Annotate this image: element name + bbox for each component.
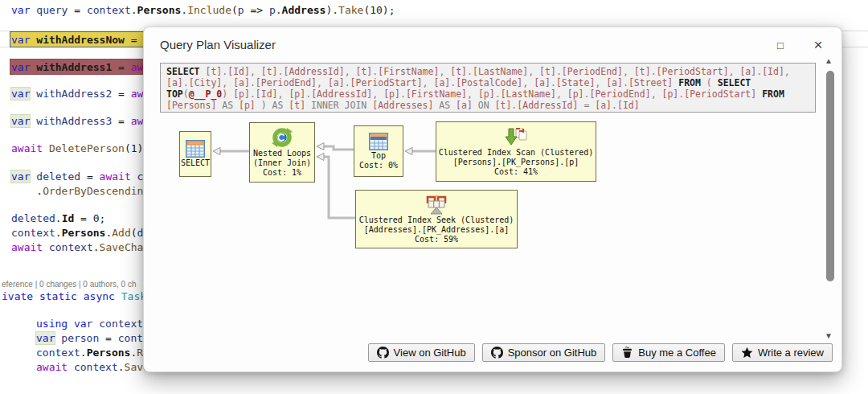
scrollbar-up-arrow[interactable]: ▲ xyxy=(823,56,834,65)
code-line: eference | 0 changes | 0 authors, 0 ch xyxy=(2,280,137,289)
plan-node-label: (Inner Join) xyxy=(253,158,311,168)
code-line: deleted.Id = 0; xyxy=(11,211,105,225)
node-nested-loops[interactable]: Nested Loops(Inner Join)Cost: 1% xyxy=(249,122,315,183)
github-icon xyxy=(377,347,389,359)
view-on-github-button[interactable]: View on GitHub xyxy=(368,343,475,362)
code-line: var withAddress3 = aw xyxy=(11,114,143,128)
screen: var query = context.Persons.Include(p =>… xyxy=(0,0,868,394)
scrollbar-down-arrow[interactable]: ▼ xyxy=(823,331,834,340)
query-plan-visualizer-dialog: Query Plan Visualizer □ × SELECT [t].[Id… xyxy=(143,27,842,372)
code-line: await DeletePerson(1) xyxy=(11,142,143,155)
code-line: var withAddress2 = aw xyxy=(11,87,143,101)
code-line: var query = context.Persons.Include(p =>… xyxy=(11,3,395,17)
plan-node-label: Nested Loops xyxy=(253,149,311,158)
node-clustered-index-scan[interactable]: Clustered Index Scan (Clustered)[Persons… xyxy=(436,121,596,182)
github-icon xyxy=(491,347,503,359)
plan-node-label: Cost: 1% xyxy=(263,168,301,178)
write-a-review-button[interactable]: Write a review xyxy=(732,343,833,362)
plan-canvas: SELECTNested Loops(Inner Join)Cost: 1%To… xyxy=(144,27,843,373)
code-line: .OrderByDescendin xyxy=(11,184,143,198)
nested-loops-icon xyxy=(272,127,293,148)
button-label: Buy me a Coffee xyxy=(638,347,716,359)
code-line: var withAddressNow = xyxy=(11,33,137,47)
button-label: Sponsor on GitHub xyxy=(508,347,597,359)
coffee-icon xyxy=(621,347,633,359)
code-line: context.Persons.Add(d xyxy=(11,226,143,240)
plan-node-label: Clustered Index Scan (Clustered) xyxy=(439,148,594,158)
star-icon xyxy=(741,347,753,359)
plan-node-label: Cost: 41% xyxy=(494,167,538,177)
table-icon xyxy=(186,140,205,158)
plan-node-label: Clustered Index Seek (Clustered) xyxy=(359,215,514,225)
plan-node-label: Cost: 0% xyxy=(359,161,398,170)
plan-node-label: [Addresses].[PK_Addresses].[a] xyxy=(364,225,510,235)
index-seek-icon xyxy=(425,194,448,215)
button-label: Write a review xyxy=(758,347,824,359)
plan-node-label: Top xyxy=(371,151,386,161)
code-line: await context.SaveCha xyxy=(11,240,143,254)
button-label: View on GitHub xyxy=(394,347,466,359)
table-top-icon xyxy=(369,133,388,150)
code-line: var deleted = await c xyxy=(11,170,143,183)
index-scan-icon xyxy=(505,126,527,147)
node-clustered-index-seek[interactable]: Clustered Index Seek (Clustered)[Address… xyxy=(355,190,518,248)
code-line: ivate static async Task xyxy=(2,289,146,303)
node-top[interactable]: TopCost: 0% xyxy=(354,125,403,177)
plan-node-label: SELECT xyxy=(181,158,210,168)
plan-node-label: Cost: 59% xyxy=(415,235,458,244)
buy-me-a-coffee-button[interactable]: Buy me a Coffee xyxy=(612,343,725,362)
node-select[interactable]: SELECT xyxy=(179,131,211,177)
dialog-footer: View on GitHubSponsor on GitHubBuy me a … xyxy=(368,343,833,362)
code-line: var withAddress1 = aw xyxy=(11,60,143,74)
scrollbar-thumb[interactable] xyxy=(826,71,834,281)
sponsor-on-github-button[interactable]: Sponsor on GitHub xyxy=(482,343,606,362)
plan-node-label: [Persons].[PK_Persons].[p] xyxy=(453,158,579,167)
